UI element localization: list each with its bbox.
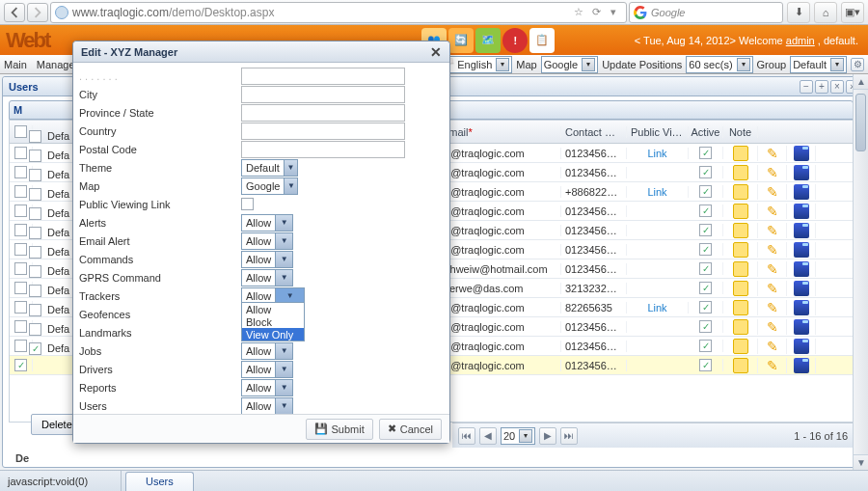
input-city[interactable] (241, 86, 405, 103)
row-checkbox-left[interactable] (29, 169, 41, 181)
row-checkbox-left[interactable] (29, 207, 41, 220)
row-checkbox[interactable] (14, 166, 27, 178)
select-gprs[interactable]: Allow▼ (241, 269, 293, 286)
close-panel-icon[interactable]: × (830, 80, 844, 94)
note-icon[interactable] (733, 300, 748, 315)
map-icon[interactable]: 🗺️ (475, 28, 501, 53)
download-icon[interactable]: ⬇ (787, 2, 810, 23)
device-icon[interactable] (794, 146, 809, 161)
row-checkbox-left[interactable] (29, 246, 41, 259)
back-button[interactable] (4, 3, 25, 22)
select-theme[interactable]: Default▼ (241, 159, 298, 177)
row-checkbox-left[interactable] (29, 150, 41, 162)
cancel-button[interactable]: ✖Cancel (379, 419, 442, 440)
row-checkbox[interactable] (14, 205, 27, 217)
col-contact[interactable]: Contact Numb (561, 126, 627, 138)
note-icon[interactable] (733, 204, 748, 219)
scroll-thumb[interactable] (855, 94, 866, 151)
active-checkbox[interactable] (699, 205, 712, 217)
edit-icon[interactable]: ✎ (765, 204, 780, 219)
row-checkbox-left[interactable] (29, 304, 41, 316)
vertical-scrollbar[interactable]: ▲ ▼ (853, 74, 868, 470)
feed-icon[interactable]: ☆ (570, 4, 587, 21)
select-drivers[interactable]: Allow▼ (241, 361, 293, 378)
tab-users[interactable]: Users (9, 81, 39, 93)
page-prev[interactable]: ◀ (479, 427, 497, 445)
row-checkbox[interactable] (14, 282, 27, 294)
submit-button[interactable]: 💾Submit (306, 419, 373, 440)
device-icon[interactable] (794, 165, 809, 180)
refresh-icon[interactable]: 🔄 (448, 28, 474, 53)
active-checkbox[interactable] (699, 359, 712, 371)
note-icon[interactable] (733, 339, 748, 354)
menu-manage[interactable]: Manage (37, 59, 75, 70)
active-checkbox[interactable] (699, 185, 712, 198)
maximize-icon[interactable]: + (815, 80, 828, 94)
select-map[interactable]: Google▼ (241, 177, 298, 195)
user-link[interactable]: admin (786, 35, 815, 46)
row-checkbox[interactable] (14, 320, 27, 333)
device-icon[interactable] (794, 261, 809, 277)
row-checkbox-left[interactable] (29, 227, 41, 239)
row-checkbox[interactable] (14, 301, 27, 314)
edit-icon[interactable]: ✎ (765, 242, 780, 258)
edit-icon[interactable]: ✎ (765, 261, 780, 277)
edit-icon[interactable]: ✎ (765, 281, 780, 296)
note-icon[interactable] (733, 165, 748, 180)
select-users[interactable]: Allow▼ (241, 397, 293, 415)
edit-icon[interactable]: ✎ (765, 319, 780, 335)
select-emailalert[interactable]: Allow▼ (241, 232, 293, 250)
option-block[interactable]: Block (242, 315, 304, 328)
dialog-titlebar[interactable]: Edit - XYZ Manager ✕ (73, 41, 449, 63)
input-country[interactable] (241, 123, 405, 140)
active-checkbox[interactable] (699, 224, 712, 236)
edit-icon[interactable]: ✎ (765, 223, 780, 238)
page-size-select[interactable]: 20▾ (501, 427, 535, 445)
select-reports[interactable]: Allow▼ (241, 379, 293, 396)
row-checkbox-left[interactable] (29, 323, 41, 336)
select-all-checkbox[interactable] (14, 125, 27, 138)
map-select[interactable]: Google▾ (541, 56, 598, 73)
col-active[interactable]: Active (689, 126, 723, 138)
edit-icon[interactable]: ✎ (765, 358, 780, 373)
note-icon[interactable] (733, 242, 748, 258)
note-icon[interactable] (733, 146, 748, 161)
select-jobs[interactable]: Allow▼ (241, 342, 293, 360)
row-checkbox[interactable] (14, 243, 27, 256)
reload-icon[interactable]: ⟳ (587, 4, 605, 21)
bookmarks-icon[interactable]: ▣▾ (841, 2, 864, 23)
page-first[interactable]: ⏮ (458, 427, 475, 445)
row-checkbox-left[interactable] (29, 265, 41, 278)
row-checkbox-left[interactable] (29, 285, 41, 297)
row-checkbox[interactable] (14, 147, 27, 159)
row-checkbox-left[interactable] (29, 188, 41, 201)
note-icon[interactable] (733, 223, 748, 238)
public-view-link[interactable]: Link (647, 186, 666, 198)
select-commands[interactable]: Allow▼ (241, 251, 293, 268)
select-alerts[interactable]: Allow▼ (241, 214, 293, 232)
input-address[interactable] (241, 68, 405, 85)
note-icon[interactable] (733, 184, 748, 200)
status-tab-users[interactable]: Users (125, 472, 194, 491)
note-icon[interactable] (733, 319, 748, 335)
col-publicview[interactable]: Public View (627, 126, 689, 138)
scroll-up-icon[interactable]: ▲ (854, 74, 868, 90)
public-view-link[interactable]: Link (647, 302, 666, 314)
edit-icon[interactable]: ✎ (765, 300, 780, 315)
active-checkbox[interactable] (699, 147, 712, 159)
note-icon[interactable] (733, 281, 748, 296)
active-checkbox[interactable] (699, 320, 712, 333)
dialog-close-icon[interactable]: ✕ (430, 44, 442, 60)
active-checkbox[interactable] (699, 243, 712, 256)
edit-icon[interactable]: ✎ (765, 146, 780, 161)
input-province[interactable] (241, 104, 405, 122)
calendar-icon[interactable]: 📋 (529, 28, 555, 53)
home-icon[interactable]: ⌂ (814, 2, 837, 23)
device-icon[interactable] (794, 339, 809, 354)
row-checkbox[interactable] (14, 340, 27, 352)
device-icon[interactable] (794, 223, 809, 238)
active-checkbox[interactable] (699, 166, 712, 178)
page-last[interactable]: ⏭ (560, 427, 578, 445)
page-next[interactable]: ▶ (539, 427, 556, 445)
scroll-down-icon[interactable]: ▼ (854, 454, 868, 470)
